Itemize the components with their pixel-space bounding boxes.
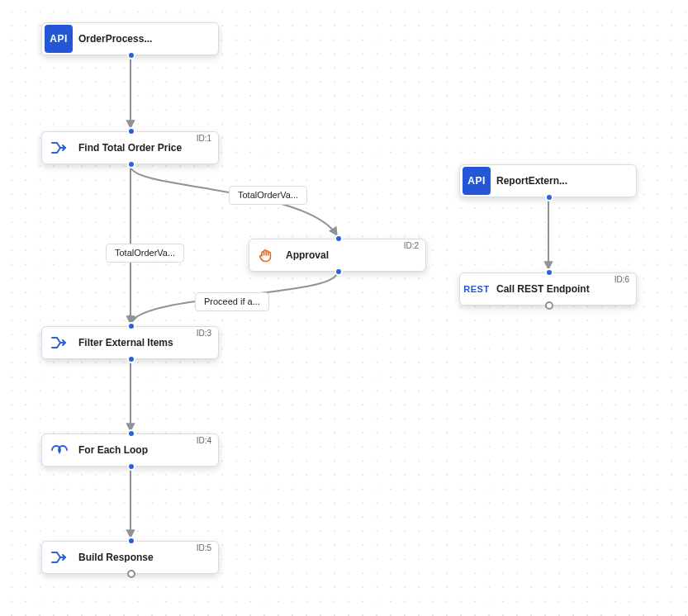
loop-icon <box>45 436 73 464</box>
port-in[interactable] <box>127 127 135 135</box>
node-orderprocess[interactable]: API OrderProcess... <box>41 22 219 55</box>
port-in[interactable] <box>127 322 135 330</box>
merge-icon <box>45 543 73 571</box>
node-filter-external[interactable]: Filter External Items ID:3 <box>41 326 219 359</box>
node-label: Call REST Endpoint <box>493 284 636 294</box>
node-id: ID:2 <box>404 242 419 250</box>
node-find-total[interactable]: Find Total Order Price ID:1 <box>41 131 219 164</box>
node-label: Find Total Order Price <box>75 143 218 153</box>
port-in[interactable] <box>127 429 135 438</box>
api-icon: API <box>463 167 491 195</box>
port-out-open[interactable] <box>545 301 553 310</box>
node-build-response[interactable]: Build Response ID:5 <box>41 541 219 574</box>
rest-icon: REST <box>463 275 491 303</box>
node-label: ReportExtern... <box>493 176 636 186</box>
api-icon: API <box>45 25 73 53</box>
node-label: Filter External Items <box>75 338 218 348</box>
node-for-each[interactable]: For Each Loop ID:4 <box>41 434 219 467</box>
node-label: For Each Loop <box>75 445 218 455</box>
node-label: Approval <box>282 250 425 260</box>
node-id: ID:6 <box>614 276 629 284</box>
port-out[interactable] <box>127 355 135 363</box>
node-call-rest[interactable]: REST Call REST Endpoint ID:6 <box>459 272 637 306</box>
port-out[interactable] <box>545 193 553 201</box>
node-id: ID:1 <box>197 135 211 143</box>
node-id: ID:4 <box>197 437 211 445</box>
port-in[interactable] <box>335 235 343 243</box>
node-label: Build Response <box>75 552 218 562</box>
port-out[interactable] <box>127 160 135 168</box>
port-out[interactable] <box>335 268 343 276</box>
node-report-extern[interactable]: API ReportExtern... <box>459 164 637 197</box>
edge-label-total2: TotalOrderVa... <box>106 244 184 263</box>
node-label: OrderProcess... <box>75 34 218 44</box>
merge-icon <box>45 134 73 162</box>
port-in[interactable] <box>545 268 553 277</box>
node-approval[interactable]: Approval ID:2 <box>249 239 426 272</box>
edge-label-proceed: Proceed if a... <box>195 292 269 311</box>
merge-icon <box>45 329 73 357</box>
port-out-open[interactable] <box>127 570 135 578</box>
edge-label-total1: TotalOrderVa... <box>229 186 307 205</box>
hand-icon <box>252 241 280 269</box>
node-id: ID:5 <box>197 544 211 552</box>
port-out[interactable] <box>127 462 135 471</box>
port-out[interactable] <box>127 51 135 59</box>
node-id: ID:3 <box>197 329 211 338</box>
port-in[interactable] <box>127 537 135 545</box>
